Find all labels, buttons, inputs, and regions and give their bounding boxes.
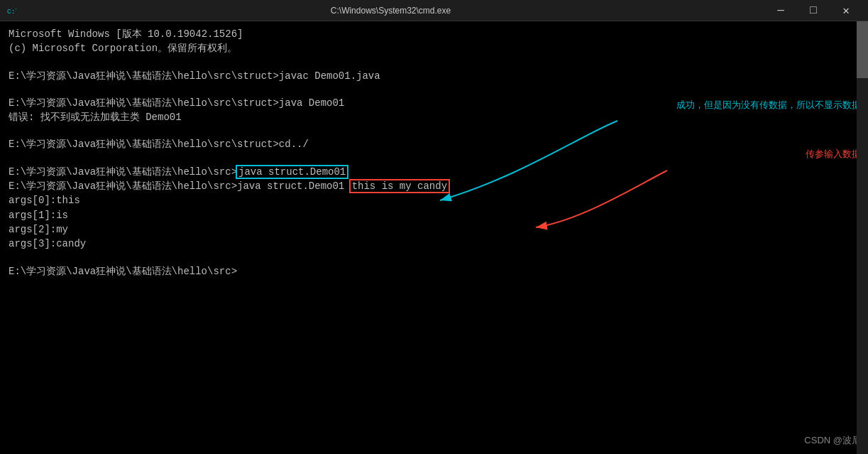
terminal-line-13: E:\学习资源\Java狂神说\基础语法\hello\src> [9, 264, 859, 279]
titlebar: C:\ C:\Windows\System32\cmd.exe — □ ✕ [0, 0, 868, 21]
scrollbar-thumb[interactable] [857, 21, 868, 78]
annotation-success-text: 成功，但是因为没有传数据，所以不显示数据 [676, 98, 861, 112]
terminal-line-11: args[2]:my [9, 222, 859, 237]
terminal-line-3: E:\学习资源\Java狂神说\基础语法\hello\src\struct>ja… [9, 69, 859, 83]
scrollbar[interactable] [857, 21, 868, 454]
terminal-area: Microsoft Windows [版本 10.0.19042.1526] (… [0, 21, 868, 454]
terminal-line-2: (c) Microsoft Corporation。保留所有权利。 [9, 41, 859, 55]
terminal-line-7: E:\学习资源\Java狂神说\基础语法\hello\src>java stru… [9, 165, 859, 179]
terminal-line-5: 错误: 找不到或无法加载主类 Demo01 [9, 110, 859, 124]
window-controls: — □ ✕ [764, 0, 862, 21]
blank-5 [9, 252, 859, 264]
terminal-line-8: E:\学习资源\Java狂神说\基础语法\hello\src>java stru… [9, 179, 859, 193]
terminal-line-12: args[3]:candy [9, 237, 859, 251]
blank-2 [9, 83, 859, 96]
terminal-line-6: E:\学习资源\Java狂神说\基础语法\hello\src\struct>cd… [9, 137, 859, 151]
window-title: C:\Windows\System32\cmd.exe [23, 6, 759, 16]
cmd-icon: C:\ [6, 5, 17, 16]
maximize-button[interactable]: □ [797, 0, 830, 21]
svg-text:C:\: C:\ [7, 8, 16, 16]
watermark: CSDN @波尼 [804, 434, 861, 447]
terminal-line-1: Microsoft Windows [版本 10.0.19042.1526] [9, 27, 859, 41]
blank-4 [9, 152, 859, 165]
blank-3 [9, 124, 859, 137]
annotation-input-text: 传参输入数据 [806, 148, 861, 161]
close-button[interactable]: ✕ [830, 0, 862, 21]
highlight-demo01-command: java struct.Demo01 [237, 166, 347, 178]
minimize-button[interactable]: — [764, 0, 797, 21]
terminal-line-9: args[0]:this [9, 193, 859, 207]
highlight-args-input: this is my candy [351, 180, 449, 192]
terminal-line-10: args[1]:is [9, 208, 859, 222]
blank-1 [9, 56, 859, 69]
